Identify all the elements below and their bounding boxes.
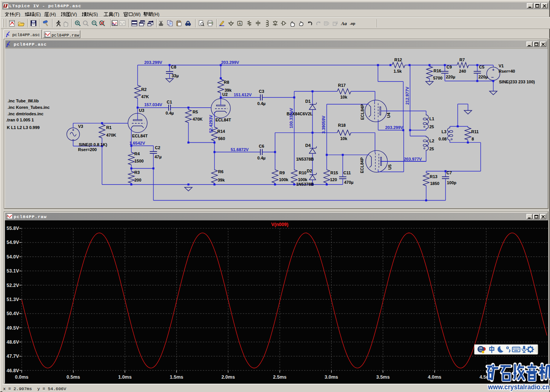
svg-text:47µ: 47µ (155, 155, 162, 159)
svg-text:R12: R12 (394, 57, 402, 62)
svg-text:R16: R16 (434, 69, 441, 73)
svg-text:U3: U3 (139, 108, 144, 113)
svg-text:R17: R17 (338, 83, 346, 88)
svg-text:2.0ms: 2.0ms (222, 374, 235, 380)
svg-text:ECL84P: ECL84P (360, 157, 364, 173)
svg-text:1850: 1850 (430, 181, 439, 186)
svg-text:3.39059V: 3.39059V (321, 115, 326, 134)
svg-text:C11: C11 (343, 171, 351, 175)
svg-text:.inc dmtriodes.inc: .inc dmtriodes.inc (8, 112, 43, 116)
svg-text:470K: 470K (106, 133, 116, 137)
svg-text:U5: U5 (387, 164, 392, 170)
svg-text:U2: U2 (222, 92, 228, 97)
svg-text:C6: C6 (259, 144, 264, 148)
svg-text:C9: C9 (446, 65, 452, 69)
svg-text:51.6872V: 51.6872V (231, 147, 249, 152)
svg-text:0.4µ: 0.4µ (166, 111, 174, 115)
svg-text:.inc Koren_Tubes.inc: .inc Koren_Tubes.inc (8, 105, 49, 110)
svg-text:33µ: 33µ (172, 73, 179, 78)
svg-text:1N5378B: 1N5378B (296, 157, 314, 161)
svg-text:470µ: 470µ (344, 180, 354, 185)
svg-text:SINE(0 0.8 1K): SINE(0 0.8 1K) (79, 142, 107, 147)
svg-text:V(n009): V(n009) (271, 222, 288, 227)
svg-text:5700: 5700 (433, 76, 442, 80)
svg-text:53.1V: 53.1V (6, 268, 19, 274)
svg-text:R7: R7 (459, 57, 465, 62)
svg-text:SINE(233 233 100): SINE(233 233 100) (499, 80, 535, 84)
svg-text:0.5ms: 0.5ms (67, 374, 80, 380)
svg-text:Aa: Aa (341, 21, 347, 26)
svg-text:L3: L3 (442, 129, 446, 134)
svg-text:0.08: 0.08 (438, 137, 446, 141)
svg-text:120: 120 (330, 177, 337, 182)
svg-text:R11: R11 (471, 129, 479, 134)
svg-text:ECL84T: ECL84T (215, 118, 231, 122)
svg-text:470K: 470K (193, 117, 202, 121)
svg-text:1.5k: 1.5k (394, 69, 402, 73)
svg-text:Rser=200: Rser=200 (78, 147, 97, 152)
svg-text:3.0ms: 3.0ms (325, 374, 338, 380)
svg-text:47.7V: 47.7V (6, 354, 19, 359)
svg-text:3.5ms: 3.5ms (376, 374, 389, 380)
svg-text:10k: 10k (340, 95, 348, 99)
svg-text:R6: R6 (218, 169, 223, 174)
svg-text:−: − (491, 75, 494, 80)
svg-text:C8: C8 (171, 65, 176, 69)
svg-text:R15: R15 (330, 171, 338, 175)
svg-text:1.0ms: 1.0ms (118, 374, 131, 380)
svg-text:V3: V3 (78, 124, 83, 129)
svg-text:C7: C7 (446, 171, 452, 175)
svg-text:8: 8 (472, 137, 474, 141)
svg-text:54.9V: 54.9V (6, 240, 19, 245)
svg-text:K L1 L2 L3 0.999: K L1 L2 L3 0.999 (7, 125, 40, 130)
svg-text:560: 560 (218, 136, 225, 141)
svg-text:1.5ms: 1.5ms (170, 374, 183, 380)
svg-text:.inc Tube_IM.lib: .inc Tube_IM.lib (8, 99, 39, 103)
svg-text:0.0ms: 0.0ms (15, 374, 28, 380)
svg-text:100p: 100p (447, 180, 456, 185)
svg-text:+: + (72, 128, 74, 132)
svg-text:100.339µV: 100.339µV (289, 108, 293, 128)
svg-text:1N5378B: 1N5378B (296, 182, 314, 186)
svg-text:R8: R8 (224, 80, 229, 84)
svg-text:46.8V: 46.8V (6, 368, 19, 373)
svg-text:39k: 39k (218, 178, 225, 182)
svg-text:240: 240 (459, 69, 466, 73)
svg-text:D4: D4 (305, 143, 311, 148)
svg-text:25: 25 (429, 124, 434, 129)
svg-text:100k: 100k (279, 177, 289, 182)
svg-text:25: 25 (429, 147, 434, 151)
svg-text:203.299V: 203.299V (385, 125, 403, 130)
svg-text:220µ: 220µ (478, 75, 488, 79)
svg-text:D2: D2 (307, 169, 312, 173)
svg-text:203.977V: 203.977V (404, 157, 422, 161)
svg-text:1500: 1500 (134, 159, 143, 163)
svg-text:212.977V: 212.977V (405, 86, 410, 105)
svg-text:157.034V: 157.034V (144, 102, 163, 107)
svg-text:10k: 10k (340, 136, 348, 141)
svg-text:R2: R2 (141, 87, 147, 92)
svg-text:100k: 100k (298, 177, 308, 182)
svg-text:R9: R9 (279, 171, 285, 175)
svg-text:R3: R3 (134, 170, 140, 175)
svg-text:48.6V: 48.6V (6, 339, 19, 345)
svg-text:.op: .op (350, 21, 355, 25)
svg-text:ECL84P: ECL84P (360, 104, 365, 120)
svg-text:52.4293V: 52.4293V (209, 115, 213, 133)
svg-text:U4: U4 (386, 112, 391, 118)
svg-text:V1: V1 (499, 64, 504, 68)
svg-text:203.299V: 203.299V (144, 60, 163, 65)
svg-text:0.4µ: 0.4µ (257, 101, 266, 106)
svg-text:Rser=40: Rser=40 (499, 69, 515, 73)
svg-text:2.5ms: 2.5ms (273, 374, 286, 380)
svg-text:R4: R4 (134, 151, 140, 156)
svg-text:52.2V: 52.2V (6, 283, 19, 288)
svg-text:220µ: 220µ (446, 75, 456, 79)
svg-text:R14: R14 (217, 129, 225, 134)
svg-text:A: A (239, 22, 241, 25)
svg-text:R18: R18 (338, 123, 346, 127)
svg-text:L1: L1 (429, 116, 434, 121)
svg-text:R1: R1 (106, 125, 112, 130)
svg-text:47K: 47K (141, 94, 149, 99)
svg-text:0.4µ: 0.4µ (257, 156, 266, 160)
